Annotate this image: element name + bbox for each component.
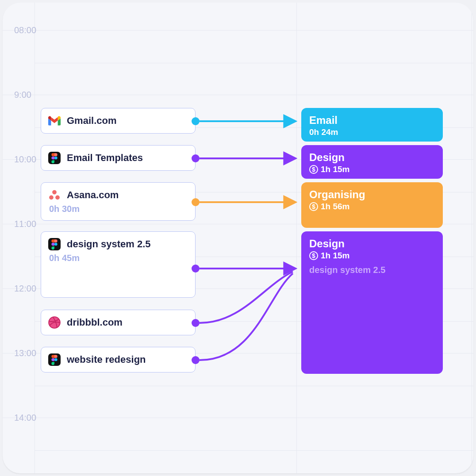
hour-row: 08:00 [3, 30, 473, 95]
asana-icon [48, 189, 61, 201]
category-title: Email [309, 114, 435, 127]
svg-point-0 [54, 157, 58, 160]
category-block-design[interactable]: Design $1h 15m [301, 145, 443, 179]
hour-label: 12:00 [14, 284, 36, 294]
timeline-panel: 08:00 9:00 10:00 11:00 12:00 13:00 14:00… [3, 3, 473, 473]
svg-point-1 [52, 190, 57, 195]
category-block-email[interactable]: Email 0h 24m [301, 108, 443, 142]
source-label: dribbbl.com [67, 317, 123, 328]
category-title: Design [309, 238, 435, 250]
figma-icon [48, 238, 61, 250]
hour-label: 13:00 [14, 348, 36, 358]
svg-point-4 [54, 243, 58, 246]
category-title: Organising [309, 188, 435, 201]
source-label: website redesign [67, 354, 146, 365]
hour-label: 10:00 [14, 154, 36, 165]
category-block-design-large[interactable]: Design $1h 15m design system 2.5 [301, 231, 443, 374]
source-label: Email Templates [67, 152, 143, 164]
source-label: design system 2.5 [67, 238, 151, 250]
source-duration: 0h 30m [48, 204, 188, 214]
gmail-icon [48, 115, 61, 127]
hour-row: 14:00 [3, 418, 473, 473]
svg-point-2 [49, 196, 54, 200]
source-card-design-system[interactable]: design system 2.5 0h 45m [41, 231, 196, 298]
billable-icon: $ [309, 202, 318, 211]
category-duration: 1h 15m [321, 251, 349, 261]
hour-label: 14:00 [14, 413, 36, 423]
source-duration: 0h 45m [48, 253, 188, 263]
hour-label: 9:00 [14, 90, 31, 100]
category-note: design system 2.5 [309, 265, 435, 275]
svg-point-7 [54, 358, 58, 361]
svg-point-3 [55, 196, 60, 200]
figma-icon [48, 353, 61, 366]
category-title: Design [309, 151, 435, 164]
figma-icon [48, 152, 61, 164]
hour-label: 11:00 [14, 219, 36, 229]
source-card-figma-templates[interactable]: Email Templates [41, 145, 196, 171]
billable-icon: $ [309, 251, 318, 260]
source-card-dribbble[interactable]: dribbbl.com [41, 310, 196, 335]
billable-icon: $ [309, 165, 318, 174]
category-block-organising[interactable]: Organising $1h 56m [301, 182, 443, 228]
category-duration: 0h 24m [309, 127, 338, 137]
category-duration: 1h 56m [321, 202, 349, 211]
source-card-gmail[interactable]: Gmail.com [41, 108, 196, 134]
source-label: Gmail.com [67, 115, 116, 127]
category-duration: 1h 15m [321, 165, 349, 174]
dribbble-icon [48, 316, 61, 329]
source-card-asana[interactable]: Asana.com 0h 30m [41, 182, 196, 221]
source-card-website-redesign[interactable]: website redesign [41, 347, 196, 372]
hour-label: 08:00 [14, 25, 36, 35]
source-label: Asana.com [67, 189, 119, 201]
